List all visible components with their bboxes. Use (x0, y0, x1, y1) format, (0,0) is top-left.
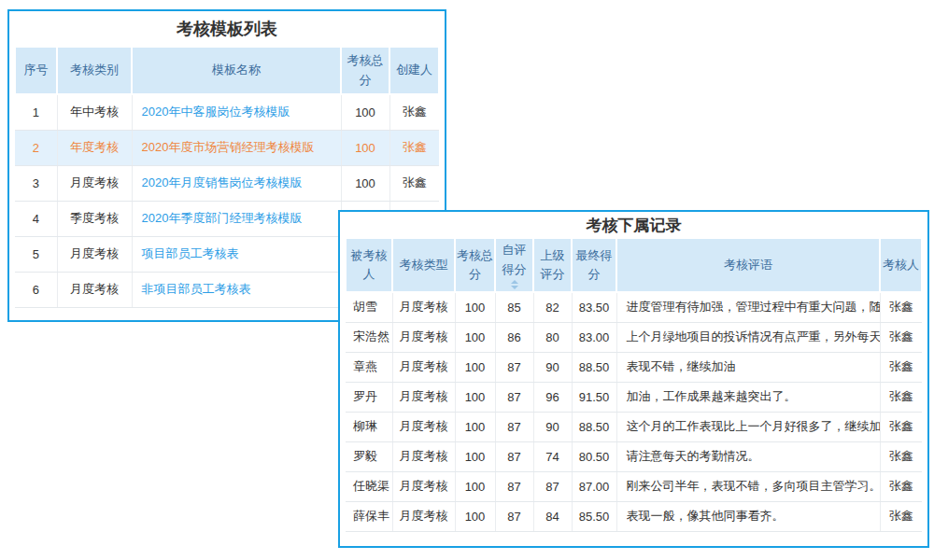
template-link[interactable]: 2020年中客服岗位考核模版 (142, 105, 290, 119)
cell-comment: 上个月绿地项目的投诉情况有点严重，另外每天的... (616, 322, 880, 352)
table-row[interactable]: 任晓渠月度考核100878787.00刚来公司半年，表现不错，多向项目主管学习。… (346, 471, 922, 501)
cell-name: 项目部员工考核表 (132, 236, 341, 272)
cell-category: 季度考核 (57, 201, 132, 236)
cell-total: 100 (455, 322, 495, 352)
cell-name: 2020年度市场营销经理考核模版 (132, 130, 341, 165)
column-header-name: 模板名称 (132, 47, 341, 94)
cell-final: 85.50 (572, 501, 616, 531)
column-header-final: 最终得分 (572, 238, 616, 292)
cell-final: 88.50 (572, 352, 616, 382)
cell-assessor: 张鑫 (880, 412, 922, 441)
records-panel-title: 考核下属记录 (340, 212, 927, 237)
cell-no: 6 (15, 272, 57, 307)
template-link[interactable]: 2020年度市场营销经理考核模版 (142, 140, 315, 154)
cell-superior: 84 (533, 501, 572, 531)
cell-final: 83.50 (572, 292, 616, 322)
column-header-no: 序号 (15, 47, 57, 94)
cell-assessor: 张鑫 (880, 501, 922, 531)
cell-total: 100 (455, 412, 495, 441)
table-row[interactable]: 罗丹月度考核100879691.50加油，工作成果越来越突出了。张鑫 (346, 382, 922, 412)
cell-score: 100 (341, 130, 389, 165)
column-header-assessor: 考核人 (880, 238, 922, 292)
cell-assessee: 任晓渠 (346, 471, 392, 501)
table-row[interactable]: 2年度考核2020年度市场营销经理考核模版100张鑫 (15, 130, 439, 165)
records-panel: 考核下属记录 被考核人 考核类型 考核总分 自评得分 上级评分 最终得分 考核评… (338, 210, 929, 548)
cell-score: 100 (341, 94, 389, 130)
template-link[interactable]: 2020年季度部门经理考核模版 (142, 211, 303, 225)
cell-final: 88.50 (572, 412, 616, 441)
templates-panel-title: 考核模板列表 (9, 11, 445, 46)
cell-assessor: 张鑫 (880, 292, 922, 322)
cell-comment: 表现一般，像其他同事看齐。 (616, 501, 880, 531)
cell-comment: 请注意每天的考勤情况。 (616, 441, 880, 471)
cell-no: 2 (15, 130, 57, 165)
cell-superior: 90 (533, 352, 572, 382)
templates-header-row: 序号 考核类别 模板名称 考核总分 创建人 (15, 47, 439, 94)
cell-self: 87 (495, 352, 533, 382)
cell-superior: 74 (533, 441, 572, 471)
cell-comment: 表现不错，继续加油 (616, 352, 880, 382)
table-row[interactable]: 3月度考核2020年月度销售岗位考核模版100张鑫 (15, 165, 439, 201)
cell-type: 月度考核 (392, 441, 455, 471)
records-table: 被考核人 考核类型 考核总分 自评得分 上级评分 最终得分 考核评语 考核人 胡… (345, 237, 923, 532)
cell-total: 100 (455, 501, 495, 531)
table-row[interactable]: 宋浩然月度考核100868083.00上个月绿地项目的投诉情况有点严重，另外每天… (346, 322, 922, 352)
cell-assessee: 罗毅 (346, 441, 392, 471)
cell-assessee: 薛保丰 (346, 501, 392, 531)
cell-comment: 这个月的工作表现比上一个月好很多了，继续加油！ (616, 412, 880, 441)
cell-name: 2020年月度销售岗位考核模版 (132, 165, 341, 201)
table-row[interactable]: 章燕月度考核100879088.50表现不错，继续加油张鑫 (346, 352, 922, 382)
cell-type: 月度考核 (392, 292, 455, 322)
template-link[interactable]: 项目部员工考核表 (142, 246, 239, 260)
cell-superior: 90 (533, 412, 572, 441)
cell-comment: 进度管理有待加强，管理过程中有重大问题，随时... (616, 292, 880, 322)
cell-category: 年度考核 (57, 130, 132, 165)
column-header-comment: 考核评语 (616, 238, 880, 292)
cell-category: 年中考核 (57, 94, 132, 130)
cell-no: 3 (15, 165, 57, 201)
template-link[interactable]: 非项目部员工考核表 (142, 282, 251, 296)
cell-superior: 80 (533, 322, 572, 352)
table-row[interactable]: 罗毅月度考核100877480.50请注意每天的考勤情况。张鑫 (346, 441, 922, 471)
column-header-total: 考核总分 (455, 238, 495, 292)
cell-superior: 96 (533, 382, 572, 412)
cell-score: 100 (341, 165, 389, 201)
column-header-score: 考核总分 (341, 47, 389, 94)
sort-carets-icon[interactable] (508, 280, 521, 289)
template-link[interactable]: 2020年月度销售岗位考核模版 (142, 175, 303, 189)
cell-assessee: 宋浩然 (346, 322, 392, 352)
cell-assessee: 罗丹 (346, 382, 392, 412)
column-header-self-score[interactable]: 自评得分 (495, 238, 533, 292)
cell-self: 87 (495, 501, 533, 531)
cell-category: 月度考核 (57, 236, 132, 272)
column-header-type: 考核类型 (392, 238, 455, 292)
cell-no: 5 (15, 236, 57, 272)
cell-name: 非项目部员工考核表 (132, 272, 341, 307)
cell-name: 2020年中客服岗位考核模版 (132, 94, 341, 130)
column-header-assessee: 被考核人 (346, 238, 392, 292)
cell-assessee: 章燕 (346, 352, 392, 382)
column-header-creator: 创建人 (389, 47, 439, 94)
cell-type: 月度考核 (392, 382, 455, 412)
cell-assessor: 张鑫 (880, 471, 922, 501)
table-row[interactable]: 薛保丰月度考核100878485.50表现一般，像其他同事看齐。张鑫 (346, 501, 922, 531)
table-row[interactable]: 1年中考核2020年中客服岗位考核模版100张鑫 (15, 94, 439, 130)
cell-name: 2020年季度部门经理考核模版 (132, 201, 341, 236)
cell-final: 80.50 (572, 441, 616, 471)
cell-creator: 张鑫 (389, 130, 439, 165)
table-row[interactable]: 柳琳月度考核100879088.50这个月的工作表现比上一个月好很多了，继续加油… (346, 412, 922, 441)
cell-no: 4 (15, 201, 57, 236)
page: 考核模板列表 序号 考核类别 模板名称 考核总分 创建人 1年中考核2020年中… (0, 0, 934, 560)
cell-assessee: 柳琳 (346, 412, 392, 441)
cell-comment: 加油，工作成果越来越突出了。 (616, 382, 880, 412)
cell-self: 87 (495, 471, 533, 501)
cell-total: 100 (455, 441, 495, 471)
cell-assessor: 张鑫 (880, 322, 922, 352)
cell-total: 100 (455, 382, 495, 412)
cell-creator: 张鑫 (389, 94, 439, 130)
column-header-category: 考核类别 (57, 47, 132, 94)
table-row[interactable]: 胡雪月度考核100858283.50进度管理有待加强，管理过程中有重大问题，随时… (346, 292, 922, 322)
cell-total: 100 (455, 471, 495, 501)
cell-self: 85 (495, 292, 533, 322)
column-header-superior: 上级评分 (533, 238, 572, 292)
